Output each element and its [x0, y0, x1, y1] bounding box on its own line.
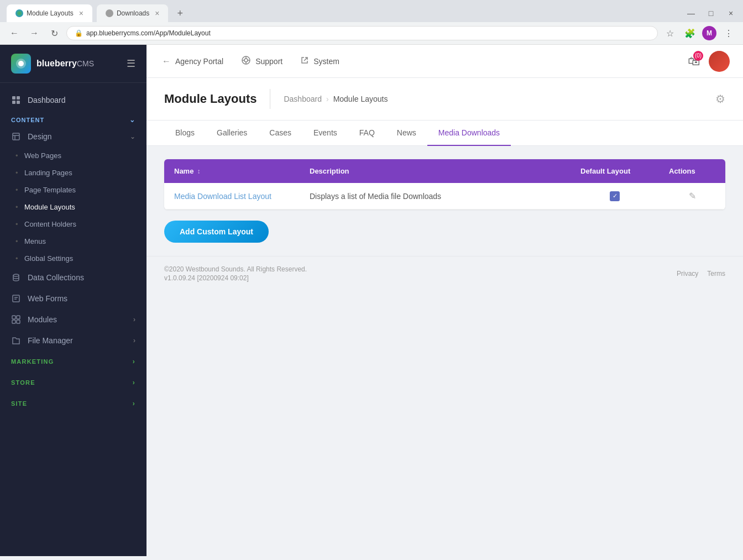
- forward-button[interactable]: →: [27, 25, 42, 41]
- page-header: Module Layouts Dashboard › Module Layout…: [146, 78, 743, 121]
- reload-button[interactable]: ↻: [46, 25, 62, 41]
- breadcrumb-home[interactable]: Dashboard: [284, 95, 322, 103]
- svg-rect-15: [12, 320, 15, 323]
- minimize-button[interactable]: —: [686, 8, 697, 19]
- sidebar-item-module-layouts[interactable]: Module Layouts: [0, 198, 146, 216]
- tab-downloads[interactable]: Downloads ×: [97, 4, 169, 22]
- close-button[interactable]: ×: [725, 8, 736, 19]
- logo-text: blueberryCMS: [36, 59, 94, 69]
- store-section-label[interactable]: STORE ›: [0, 372, 146, 389]
- external-link-icon: [300, 56, 309, 67]
- sidebar-item-menus[interactable]: Menus: [0, 233, 146, 250]
- file-manager-icon: [11, 336, 21, 346]
- marketing-section-label[interactable]: MARKETING ›: [0, 351, 146, 368]
- tab-close-2[interactable]: ×: [155, 9, 159, 18]
- design-icon: [11, 132, 21, 142]
- tab-module-layouts[interactable]: Module Layouts ×: [7, 4, 92, 22]
- settings-button[interactable]: ⚙: [715, 92, 725, 106]
- address-bar[interactable]: 🔒 app.blueberrycms.com/App/ModuleLayout: [66, 26, 658, 40]
- browser-user-avatar[interactable]: M: [702, 26, 716, 40]
- tab-blogs[interactable]: Blogs: [164, 121, 206, 146]
- top-nav: ← Agency Portal Support: [146, 45, 743, 78]
- browser-actions: ☆ 🧩 M ⋮: [662, 25, 736, 41]
- nav-system[interactable]: System: [298, 51, 342, 71]
- browser-menu-button[interactable]: ⋮: [721, 25, 736, 41]
- svg-rect-5: [17, 101, 20, 104]
- sidebar-nav: Dashboard CONTENT ⌄ Design ⌄: [0, 83, 146, 556]
- row-name[interactable]: Media Download List Layout: [164, 183, 300, 209]
- table-container: Name ↕ Description Default Layout Action…: [164, 159, 725, 210]
- maximize-button[interactable]: □: [705, 8, 716, 19]
- row-actions: ✎: [659, 183, 725, 209]
- breadcrumb: Dashboard › Module Layouts: [284, 95, 388, 103]
- svg-rect-10: [13, 295, 19, 302]
- nav-agency-portal[interactable]: ← Agency Portal: [160, 52, 226, 71]
- design-label: Design: [28, 132, 123, 141]
- agency-portal-label: Agency Portal: [175, 57, 223, 66]
- page-header-right: ⚙: [715, 92, 725, 106]
- svg-point-1: [18, 61, 24, 66]
- tab-media-downloads[interactable]: Media Downloads: [427, 121, 511, 146]
- default-layout-checkbox[interactable]: ✓: [610, 191, 620, 201]
- bookmark-button[interactable]: ☆: [662, 25, 678, 41]
- page-area: Module Layouts Dashboard › Module Layout…: [146, 78, 743, 556]
- sidebar-item-file-manager[interactable]: File Manager ›: [0, 330, 146, 351]
- add-tab-button[interactable]: +: [172, 6, 187, 22]
- hamburger-button[interactable]: ☰: [127, 57, 135, 70]
- terms-link[interactable]: Terms: [707, 270, 725, 278]
- content-section-label[interactable]: CONTENT ⌄: [0, 111, 146, 126]
- svg-rect-13: [12, 316, 15, 319]
- secure-icon: 🔒: [75, 29, 83, 37]
- footer-copyright: ©2020 Westbound Sounds. All Rights Reser…: [164, 265, 307, 273]
- edit-button[interactable]: ✎: [689, 191, 696, 201]
- sidebar-item-web-forms[interactable]: Web Forms: [0, 288, 146, 309]
- svg-rect-2: [12, 96, 15, 100]
- th-default-layout: Default Layout: [571, 159, 659, 183]
- svg-rect-4: [12, 101, 15, 104]
- table-row: Media Download List Layout Displays a li…: [164, 183, 725, 210]
- add-button-container: Add Custom Layout: [164, 210, 725, 243]
- breadcrumb-separator: ›: [326, 95, 329, 103]
- site-section-label[interactable]: SITE ›: [0, 393, 146, 410]
- extensions-button[interactable]: 🧩: [682, 25, 698, 41]
- tab-favicon-2: [106, 9, 113, 17]
- sidebar-item-design[interactable]: Design ⌄: [0, 126, 146, 147]
- sidebar-item-page-templates[interactable]: Page Templates: [0, 181, 146, 198]
- tab-events[interactable]: Events: [302, 121, 348, 146]
- sidebar-item-global-settings[interactable]: Global Settings: [0, 250, 146, 267]
- svg-point-9: [13, 274, 19, 276]
- sort-icon[interactable]: ↕: [197, 168, 200, 175]
- tab-news[interactable]: News: [386, 121, 427, 146]
- th-description: Description: [300, 159, 571, 183]
- th-name: Name ↕: [164, 159, 300, 183]
- user-avatar[interactable]: [709, 51, 730, 72]
- tab-faq[interactable]: FAQ: [348, 121, 386, 146]
- privacy-link[interactable]: Privacy: [677, 270, 698, 278]
- row-default-layout: ✓: [571, 183, 659, 209]
- sidebar-item-content-holders[interactable]: Content Holders: [0, 216, 146, 233]
- back-button[interactable]: ←: [7, 25, 22, 41]
- system-label: System: [313, 57, 339, 66]
- dashboard-icon: [11, 95, 21, 105]
- sidebar-item-modules[interactable]: Modules ›: [0, 309, 146, 330]
- tab-cases[interactable]: Cases: [258, 121, 302, 146]
- svg-rect-3: [17, 96, 20, 100]
- support-label: Support: [255, 57, 282, 66]
- tab-galleries[interactable]: Galleries: [206, 121, 258, 146]
- nav-support[interactable]: Support: [239, 51, 285, 72]
- breadcrumb-divider: [270, 89, 270, 109]
- design-arrow: ⌄: [130, 133, 135, 140]
- sidebar-item-web-pages[interactable]: Web Pages: [0, 147, 146, 164]
- tab-close-1[interactable]: ×: [79, 9, 83, 18]
- cart-button[interactable]: 🛍 (0): [688, 54, 700, 69]
- sidebar-item-data-collections[interactable]: Data Collections: [0, 267, 146, 288]
- data-collections-icon: [11, 273, 21, 282]
- add-custom-layout-button[interactable]: Add Custom Layout: [164, 221, 269, 243]
- svg-rect-16: [17, 320, 20, 323]
- top-nav-right: 🛍 (0): [688, 51, 730, 72]
- content-section-arrow: ⌄: [129, 116, 135, 124]
- svg-rect-14: [17, 316, 20, 319]
- sidebar-item-landing-pages[interactable]: Landing Pages: [0, 164, 146, 181]
- sidebar-item-dashboard[interactable]: Dashboard: [0, 90, 146, 111]
- sidebar: blueberryCMS ☰ Dashboard: [0, 45, 146, 556]
